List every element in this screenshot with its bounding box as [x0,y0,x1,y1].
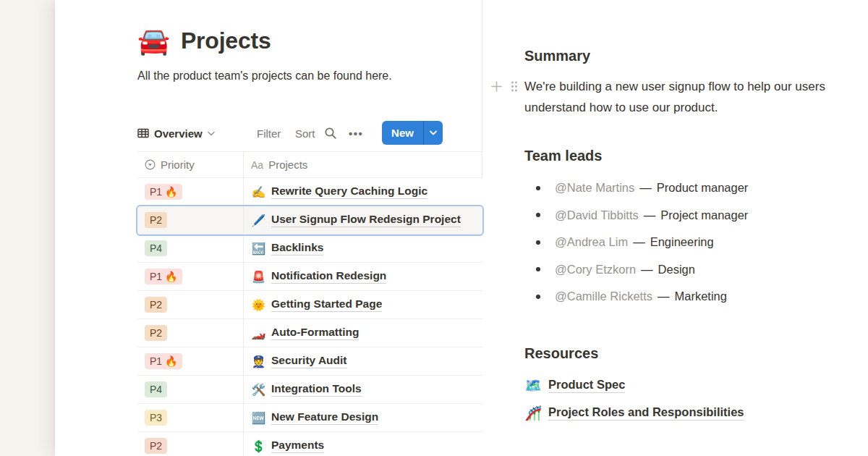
table-row[interactable]: P2 🏎️Auto-Formatting [137,319,482,347]
project-icon: 👮 [251,355,266,368]
project-icon: 🌞 [251,298,266,312]
drag-handle-icon[interactable] [510,80,519,93]
column-label: Projects [268,159,307,171]
column-header-priority[interactable]: Priority [137,152,244,177]
project-page-panel: Summary We're building a new user signup… [482,0,868,456]
user-mention[interactable]: @Nate Martins [555,181,634,195]
project-icon: 🛠️ [251,383,266,397]
project-icon: 🖊️ [251,214,266,227]
resources-list: 🗺️ Product Spec 🎢 Project Roles and Resp… [524,371,744,426]
view-tab-label: Overview [154,127,203,140]
summary-paragraph[interactable]: We're building a new user signup flow to… [524,76,868,118]
table-row[interactable]: P2 💲Payments [137,432,482,456]
column-header-projects[interactable]: Aa Projects [244,152,482,177]
user-mention[interactable]: @Cory Etzkorn [555,263,636,276]
table-row[interactable]: P3 🆕New Feature Design [137,404,482,432]
project-link[interactable]: Auto-Formatting [271,326,359,340]
column-label: Priority [161,159,195,171]
priority-badge: P3 [145,410,167,426]
bullet-icon [536,213,540,217]
page-icon[interactable]: 🚘 [137,28,170,54]
project-link[interactable]: Rewrite Query Caching Logic [271,185,427,199]
project-icon: ✍️ [251,185,266,199]
block-gutter [490,80,519,93]
priority-badge: P4 [145,381,167,397]
project-icon: 🏎️ [251,326,266,340]
roller-coaster-icon: 🎢 [524,405,542,421]
team-lead-item: @David Tibbitts — Project manager [524,202,864,229]
text-property-icon: Aa [251,159,263,171]
dash-separator: — [641,263,653,276]
page-title: Projects [181,28,271,54]
more-options-icon[interactable]: ••• [349,122,363,145]
table-view-icon [137,127,149,139]
project-icon: 🔙 [251,242,266,256]
resource-title: Project Roles and Responsibilities [548,405,744,421]
projects-table: Priority Aa Projects P1 🔥 ✍️Rewrite Quer… [137,151,482,456]
resource-title: Product Spec [548,378,625,393]
project-link[interactable]: New Feature Design [271,410,378,425]
page-description: All the product team's projects can be f… [137,67,396,85]
add-block-icon[interactable] [490,80,503,93]
project-link[interactable]: Getting Started Page [271,297,382,312]
bullet-icon [536,267,540,271]
sort-button[interactable]: Sort [295,122,315,145]
team-role: Project manager [660,208,748,222]
page-header: 🚘 Projects [137,28,271,54]
project-icon: 💲 [251,439,266,453]
priority-badge: P2 [145,325,167,341]
priority-badge: P2 [145,212,167,228]
table-row[interactable]: P1 🔥 🚨Notification Redesign [137,263,482,291]
priority-badge: P2 [145,438,167,454]
notion-window: 🚘 Projects All the product team's projec… [55,0,868,456]
resource-page-link[interactable]: 🎢 Project Roles and Responsibilities [524,399,744,426]
chevron-down-icon [208,131,215,136]
new-button-group: New [382,121,443,145]
team-role: Design [658,263,695,276]
table-row[interactable]: P1 🔥 ✍️Rewrite Query Caching Logic [137,178,482,206]
bullet-icon [536,186,540,190]
project-icon: 🆕 [251,411,266,425]
table-header-row: Priority Aa Projects [137,151,482,178]
table-row[interactable]: P2 🌞Getting Started Page [137,291,482,319]
search-icon[interactable] [324,122,337,145]
team-role: Product manager [657,181,749,195]
projects-database-panel: 🚘 Projects All the product team's projec… [55,0,482,456]
table-row-selected[interactable]: P2 🖊️User Signup Flow Redesign Project [137,206,482,235]
view-tab-overview[interactable]: Overview [137,122,215,145]
project-link[interactable]: Integration Tools [271,382,362,397]
user-mention[interactable]: @Andrea Lim [555,235,628,249]
dash-separator: — [633,235,645,249]
user-mention[interactable]: @David Tibbitts [555,208,639,222]
project-link[interactable]: User Signup Flow Redesign Project [271,213,461,227]
bullet-icon [536,240,540,245]
user-mention[interactable]: @Camille Ricketts [555,290,652,303]
team-role: Marketing [675,290,727,303]
table-row[interactable]: P1 🔥 👮Security Audit [137,347,482,376]
table-row[interactable]: P4 🛠️Integration Tools [137,376,482,404]
resources-heading: Resources [524,345,598,362]
database-toolbar: Overview Filter Sort ••• New [55,120,482,146]
team-lead-item: @Nate Martins — Product manager [524,174,864,202]
team-leads-heading: Team leads [524,148,602,164]
priority-badge: P2 [145,297,167,313]
project-link[interactable]: Notification Redesign [271,269,386,284]
new-dropdown-button[interactable] [424,121,443,145]
table-row[interactable]: P4 🔙Backlinks [137,235,482,263]
dash-separator: — [658,290,670,303]
priority-badge: P4 [145,240,167,256]
bullet-icon [536,295,540,299]
priority-badge: P1 🔥 [145,353,182,369]
filter-button[interactable]: Filter [257,122,281,145]
new-button[interactable]: New [382,121,423,145]
select-property-icon [145,159,156,170]
project-link[interactable]: Backlinks [271,241,323,256]
team-role: Engineering [650,235,714,249]
project-icon: 🚨 [251,270,266,284]
resource-page-link[interactable]: 🗺️ Product Spec [524,371,744,399]
priority-badge: P1 🔥 [145,269,182,284]
team-lead-item: @Andrea Lim — Engineering [524,229,864,256]
project-link[interactable]: Security Audit [271,354,347,368]
priority-badge: P1 🔥 [145,184,182,200]
project-link[interactable]: Payments [271,439,324,453]
